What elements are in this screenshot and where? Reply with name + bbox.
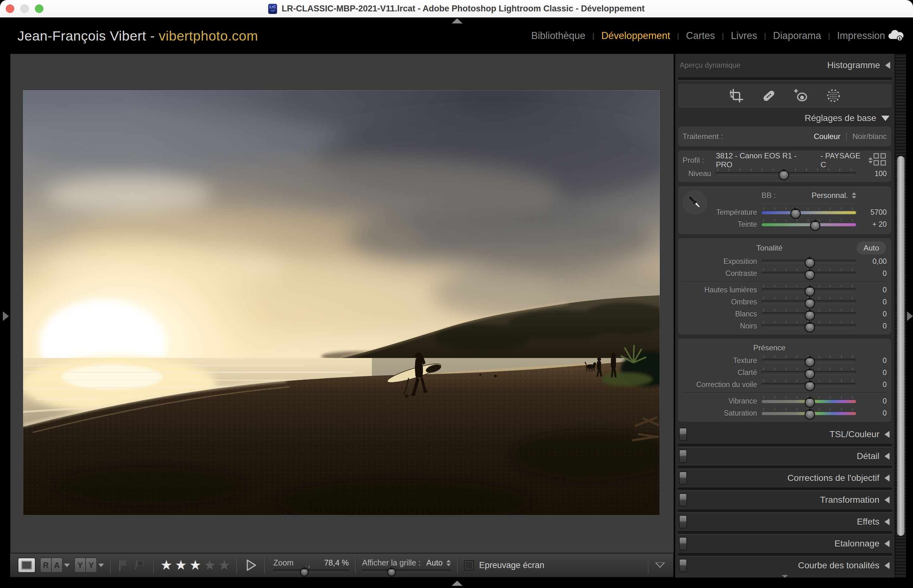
maximize-button[interactable] <box>35 5 44 13</box>
panel-scrollbar[interactable] <box>895 54 906 580</box>
slider-thumb[interactable] <box>805 322 815 333</box>
view-button-A[interactable]: A <box>52 557 63 573</box>
slider-track[interactable] <box>761 312 856 316</box>
slider-thumb[interactable] <box>810 221 821 231</box>
slider-track[interactable] <box>761 211 856 214</box>
view-button-Y[interactable]: Y <box>86 557 97 573</box>
panel-header[interactable]: Transformation <box>675 491 895 509</box>
slider-row: Niveau100 <box>683 168 887 179</box>
panel-header[interactable]: Etalonnage <box>675 535 895 552</box>
toolbar-divider <box>236 557 237 573</box>
treatment-color-option[interactable]: Couleur <box>814 132 840 141</box>
minimize-button[interactable] <box>20 5 29 13</box>
grid-slider[interactable] <box>362 569 451 572</box>
lightroom-app-icon: LrCCAT <box>268 4 277 14</box>
reference-view-button[interactable]: RA <box>40 557 63 573</box>
module-impression[interactable]: Impression <box>837 30 885 42</box>
slider-thumb[interactable] <box>779 170 789 180</box>
slider-track[interactable] <box>761 272 856 275</box>
white-balance-eyedropper-icon[interactable] <box>683 190 707 215</box>
panel-header[interactable]: Détail <box>675 447 895 465</box>
scrollbar-thumb[interactable] <box>897 156 905 536</box>
panel-header[interactable]: Effets <box>675 513 895 531</box>
panel-header[interactable]: Corrections de l'objectif <box>675 469 895 487</box>
wb-preset-value[interactable]: Personnal. <box>811 191 848 200</box>
slider-track[interactable] <box>761 288 856 292</box>
panel-enable-switch[interactable] <box>679 559 687 572</box>
zoom-slider[interactable] <box>273 569 349 572</box>
reference-view-caret-icon[interactable] <box>64 564 70 567</box>
slider-track[interactable] <box>761 325 856 328</box>
profile-variant[interactable]: - PAYSAGE C <box>821 152 864 169</box>
masking-tool-icon[interactable] <box>826 88 841 103</box>
slider-track[interactable] <box>761 223 856 226</box>
module-cartes[interactable]: Cartes <box>686 30 715 42</box>
view-button-R[interactable]: R <box>40 557 52 573</box>
grid-stepper-icon[interactable] <box>446 560 451 566</box>
histogram-panel-header[interactable]: Aperçu dynamique Histogramme <box>675 54 895 77</box>
profile-browser-icon[interactable] <box>873 152 887 168</box>
play-slideshow-icon[interactable] <box>243 558 258 572</box>
panel-divider <box>678 488 892 490</box>
panel-enable-switch[interactable] <box>679 493 687 507</box>
pick-flag-icon[interactable] <box>117 558 130 572</box>
before-after-view-button[interactable]: YY <box>74 557 97 573</box>
star-1[interactable]: ★ <box>160 559 172 572</box>
panel-enable-switch[interactable] <box>679 428 687 441</box>
cloud-sync-icon[interactable] <box>887 29 904 43</box>
panel-divider <box>678 531 892 534</box>
module-livres[interactable]: Livres <box>731 30 758 42</box>
panel-enable-switch[interactable] <box>679 515 687 528</box>
module-développement[interactable]: Développement <box>601 30 670 42</box>
panel-header[interactable]: Courbe des tonalités <box>675 557 895 574</box>
loupe-view-button[interactable] <box>18 557 36 573</box>
profile-name[interactable]: 3812 - Canon EOS R1 - PRO <box>716 152 808 169</box>
show-filmstrip-arrow-icon[interactable] <box>452 581 463 586</box>
panel-enable-switch[interactable] <box>679 472 687 485</box>
auto-tone-button[interactable]: Auto <box>856 242 886 254</box>
slider-track[interactable] <box>761 300 856 304</box>
slider-track[interactable] <box>716 172 856 176</box>
photo-canvas[interactable] <box>23 90 660 515</box>
slider-row: Ombres0 <box>683 296 887 308</box>
crop-tool-icon[interactable] <box>728 88 745 103</box>
slider-track[interactable] <box>761 371 856 375</box>
module-diaporama[interactable]: Diaporama <box>773 30 821 42</box>
slider-thumb[interactable] <box>805 381 815 391</box>
before-after-caret-icon[interactable] <box>98 564 104 567</box>
panel-enable-switch[interactable] <box>679 449 687 463</box>
healing-tool-icon[interactable] <box>761 88 777 103</box>
profile-stepper-icon[interactable] <box>868 157 873 163</box>
grid-value[interactable]: Auto <box>426 558 442 567</box>
wb-stepper-icon[interactable] <box>852 192 856 199</box>
soft-proofing-checkbox[interactable] <box>464 561 474 570</box>
panel-header[interactable]: TSL/Couleur <box>675 425 895 443</box>
star-5[interactable]: ★ <box>219 559 230 572</box>
star-4[interactable]: ★ <box>204 559 216 572</box>
collapse-top-panel-arrow-icon[interactable] <box>452 18 463 23</box>
slider-thumb[interactable] <box>790 208 801 219</box>
basic-panel-header[interactable]: Réglages de base <box>675 110 895 126</box>
reject-flag-icon[interactable] <box>134 558 147 572</box>
red-eye-tool-icon[interactable] <box>793 88 809 103</box>
titlebar[interactable]: LrCCAT LR-CLASSIC-MBP-2021-V11.lrcat - A… <box>0 0 913 18</box>
slider-track[interactable] <box>761 383 856 386</box>
slider-thumb[interactable] <box>805 270 815 280</box>
close-button[interactable] <box>6 5 14 13</box>
slider-thumb[interactable] <box>805 409 815 420</box>
grid-slider-thumb[interactable] <box>387 568 396 577</box>
star-2[interactable]: ★ <box>175 559 187 572</box>
slider-track[interactable] <box>761 359 856 362</box>
slider-track[interactable] <box>761 260 856 263</box>
module-bibliothèque[interactable]: Bibliothèque <box>531 30 586 42</box>
toolbar-options-icon[interactable] <box>655 562 665 568</box>
view-button-Y[interactable]: Y <box>74 557 86 573</box>
star-3[interactable]: ★ <box>189 559 201 572</box>
white-balance-box: BB : Personnal. Température5700Teinte+ 2… <box>678 186 892 234</box>
slider-track[interactable] <box>761 412 856 415</box>
zoom-slider-thumb[interactable] <box>300 568 309 577</box>
hide-right-panel-arrow-icon[interactable] <box>907 312 913 321</box>
slider-track[interactable] <box>761 399 856 403</box>
treatment-bw-option[interactable]: Noir/blanc <box>852 132 887 141</box>
panel-enable-switch[interactable] <box>679 537 687 550</box>
